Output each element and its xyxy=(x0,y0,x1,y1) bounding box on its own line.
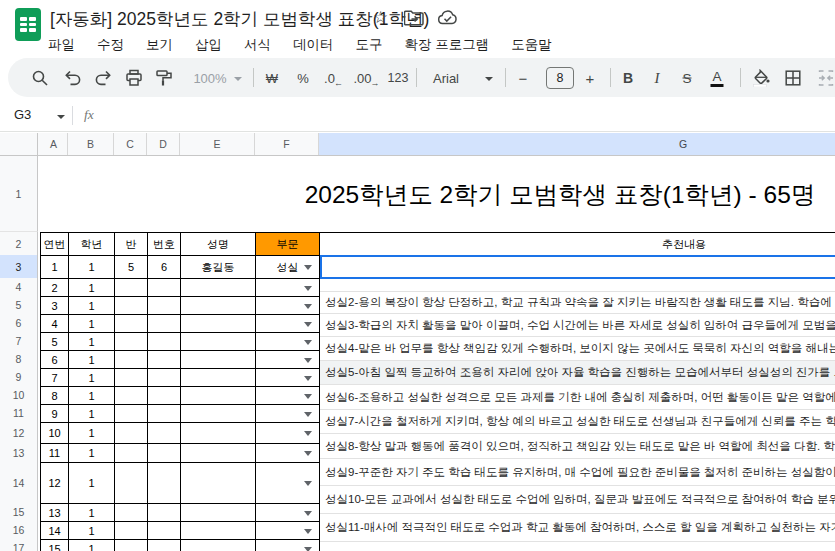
cell-A7[interactable]: 5 xyxy=(40,332,69,351)
dropdown-caret-icon[interactable] xyxy=(304,340,312,345)
dropdown-caret-icon[interactable] xyxy=(304,376,312,381)
cell-D8[interactable] xyxy=(147,350,181,369)
cell-C5[interactable] xyxy=(114,296,148,315)
dropdown-caret-icon[interactable] xyxy=(304,431,312,436)
cell-B7[interactable]: 1 xyxy=(68,332,115,351)
column-header-G[interactable]: G xyxy=(319,133,835,155)
cell-F6[interactable] xyxy=(255,314,320,333)
cell-B6[interactable]: 1 xyxy=(68,314,115,333)
dropdown-caret-icon[interactable] xyxy=(304,511,312,516)
cell-D6[interactable] xyxy=(147,314,181,333)
cell-F13[interactable] xyxy=(255,443,320,463)
header-cell-반[interactable]: 반 xyxy=(114,232,148,256)
cell-B17[interactable]: 1 xyxy=(68,539,115,551)
cell-A5[interactable]: 3 xyxy=(40,296,69,315)
recommendation-cell-11[interactable]: 성실11-매사에 적극적인 태도로 수업과 학교 활동에 참여하며, 스스로 할… xyxy=(320,514,835,542)
cell-A13[interactable]: 11 xyxy=(40,443,69,463)
dropdown-caret-icon[interactable] xyxy=(304,394,312,399)
cell-F12[interactable] xyxy=(255,422,320,444)
cell-D13[interactable] xyxy=(147,443,181,463)
cell-F4[interactable] xyxy=(255,278,320,297)
dropdown-caret-icon[interactable] xyxy=(304,529,312,534)
cell-C13[interactable] xyxy=(114,443,148,463)
cell-A17[interactable]: 15 xyxy=(40,539,69,551)
cell-E15[interactable] xyxy=(180,503,256,522)
row-header-11[interactable]: 11 xyxy=(0,404,38,423)
recommendation-cell-2[interactable]: 성실2-용의 복장이 항상 단정하고, 학교 규칙과 약속을 잘 지키는 바람직… xyxy=(320,291,835,314)
row-header-14[interactable]: 14 xyxy=(0,462,38,504)
cell-F14[interactable] xyxy=(255,462,320,504)
cell-E4[interactable] xyxy=(180,278,256,297)
cell-C14[interactable] xyxy=(114,462,148,504)
cell-A15[interactable]: 13 xyxy=(40,503,69,522)
cell-D15[interactable] xyxy=(147,503,181,522)
cell-C9[interactable] xyxy=(114,368,148,387)
recommendation-cell-8[interactable]: 성실8-항상 말과 행동에 품격이 있으며, 정직하고 책임감 있는 태도로 맡… xyxy=(320,434,835,459)
cell-E9[interactable] xyxy=(180,368,256,387)
cell-C10[interactable] xyxy=(114,386,148,405)
cell-C3[interactable]: 5 xyxy=(114,255,148,279)
row-header-2[interactable]: 2 xyxy=(0,232,38,256)
cell-F9[interactable] xyxy=(255,368,320,387)
cell-E12[interactable] xyxy=(180,422,256,444)
cell-F3[interactable]: 성실 xyxy=(255,255,320,279)
cell-D11[interactable] xyxy=(147,404,181,423)
row-header-15[interactable]: 15 xyxy=(0,503,38,522)
cell-C11[interactable] xyxy=(114,404,148,423)
cell-D14[interactable] xyxy=(147,462,181,504)
row-header-8[interactable]: 8 xyxy=(0,350,38,369)
column-header-F[interactable]: F xyxy=(255,133,319,155)
cell-D3[interactable]: 6 xyxy=(147,255,181,279)
dropdown-caret-icon[interactable] xyxy=(304,304,312,309)
cell-F8[interactable] xyxy=(255,350,320,369)
cell-B11[interactable]: 1 xyxy=(68,404,115,423)
cell-C12[interactable] xyxy=(114,422,148,444)
cell-D7[interactable] xyxy=(147,332,181,351)
row-header-6[interactable]: 6 xyxy=(0,314,38,333)
dropdown-caret-icon[interactable] xyxy=(304,412,312,417)
cell-B10[interactable]: 1 xyxy=(68,386,115,405)
row-header-12[interactable]: 12 xyxy=(0,422,38,444)
cell-D9[interactable] xyxy=(147,368,181,387)
cell-B12[interactable]: 1 xyxy=(68,422,115,444)
header-cell-번호[interactable]: 번호 xyxy=(147,232,181,256)
cell-A3[interactable]: 1 xyxy=(40,255,69,279)
cell-C6[interactable] xyxy=(114,314,148,333)
cell-E5[interactable] xyxy=(180,296,256,315)
cell-B4[interactable]: 1 xyxy=(68,278,115,297)
row-header-16[interactable]: 16 xyxy=(0,521,38,540)
cell-D12[interactable] xyxy=(147,422,181,444)
header-cell-추천내용[interactable]: 추천내용 xyxy=(319,232,835,256)
cell-B16[interactable]: 1 xyxy=(68,521,115,540)
cell-C8[interactable] xyxy=(114,350,148,369)
recommendation-cell-7[interactable]: 성실7-시간을 철저하게 지키며, 항상 예의 바르고 성실한 태도로 선생님과… xyxy=(320,410,835,434)
cell-C16[interactable] xyxy=(114,521,148,540)
cell-A4[interactable]: 2 xyxy=(40,278,69,297)
cell-A9[interactable]: 7 xyxy=(40,368,69,387)
header-cell-부문[interactable]: 부문 xyxy=(255,232,320,256)
column-header-C[interactable]: C xyxy=(114,133,147,155)
cell-B15[interactable]: 1 xyxy=(68,503,115,522)
row-header-13[interactable]: 13 xyxy=(0,443,38,463)
cell-F7[interactable] xyxy=(255,332,320,351)
title-cell[interactable]: 2025학년도 2학기 모범학생 표창(1학년) - 65명 xyxy=(285,160,835,228)
row-header-5[interactable]: 5 xyxy=(0,296,38,315)
cell-F15[interactable] xyxy=(255,503,320,522)
dropdown-caret-icon[interactable] xyxy=(304,481,312,486)
column-header-B[interactable]: B xyxy=(68,133,114,155)
header-cell-연번[interactable]: 연번 xyxy=(40,232,69,256)
selected-cell-outline[interactable] xyxy=(320,255,835,279)
cell-E6[interactable] xyxy=(180,314,256,333)
cell-F17[interactable] xyxy=(255,539,320,551)
dropdown-caret-icon[interactable] xyxy=(304,322,312,327)
cell-F11[interactable] xyxy=(255,404,320,423)
cell-D5[interactable] xyxy=(147,296,181,315)
cell-D4[interactable] xyxy=(147,278,181,297)
recommendation-cell-10[interactable]: 성실10-모든 교과에서 성실한 태도로 수업에 임하며, 질문과 발표에도 적… xyxy=(320,486,835,514)
cell-E14[interactable] xyxy=(180,462,256,504)
cell-A11[interactable]: 9 xyxy=(40,404,69,423)
cell-F5[interactable] xyxy=(255,296,320,315)
dropdown-caret-icon[interactable] xyxy=(304,286,312,291)
cell-E7[interactable] xyxy=(180,332,256,351)
column-header-D[interactable]: D xyxy=(147,133,180,155)
